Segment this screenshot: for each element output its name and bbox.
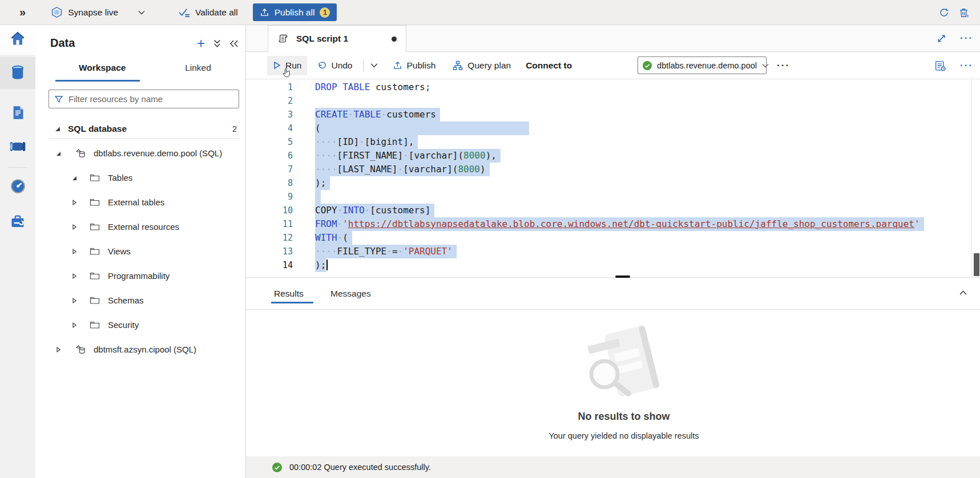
tree-item[interactable]: dbtmsft.azsyn.cipool (SQL) (35, 337, 246, 362)
expander-expanded-icon[interactable] (54, 125, 61, 132)
validate-all-button[interactable]: Validate all (178, 7, 238, 18)
code-line[interactable]: 6····[FIRST_NAME]·[varchar](8000), (246, 149, 980, 163)
discard-trash-icon[interactable] (958, 7, 969, 18)
pool-select-dropdown[interactable]: dbtlabs.revenue.demo.pool (638, 56, 767, 74)
expander-collapsed-icon[interactable] (71, 200, 77, 205)
publish-button[interactable]: Publish (387, 56, 442, 75)
code-token: · (337, 218, 343, 229)
expand-fullscreen-icon[interactable] (937, 34, 946, 43)
tab-linked[interactable]: Linked (184, 63, 212, 73)
code-line[interactable]: 1DROP TABLE customers; (246, 80, 980, 94)
code-token: 'PARQUET' (403, 246, 453, 257)
data-panel: Data + Workspace Linked SQL database 2 (35, 25, 246, 478)
tree-item[interactable]: Views (35, 239, 246, 264)
code-line[interactable]: 14); (246, 258, 980, 272)
tree-item[interactable]: Tables (35, 165, 246, 190)
tab-results[interactable]: Results (274, 289, 304, 299)
tab-sql-script-1[interactable]: SQL script 1 (268, 25, 406, 52)
expander-collapsed-icon[interactable] (71, 273, 77, 279)
code-token: · (398, 164, 404, 175)
code-token: TABLE (342, 82, 370, 92)
refresh-icon[interactable] (939, 7, 949, 18)
tree-section-sql-database[interactable]: SQL database 2 (35, 120, 246, 137)
tree-item[interactable]: Schemas (35, 288, 246, 313)
undo-label: Undo (331, 60, 352, 71)
code-line[interactable]: 10COPY·INTO·[customers] (246, 204, 980, 217)
unsaved-dot-icon (392, 37, 397, 42)
nav-monitor[interactable] (0, 170, 35, 202)
collapse-results-icon[interactable] (958, 288, 968, 298)
expander-expanded-icon[interactable] (71, 175, 77, 181)
tree-item-label: dbtlabs.revenue.demo.pool (SQL) (94, 148, 222, 158)
tree-item[interactable]: dbtlabs.revenue.demo.pool (SQL) (35, 141, 246, 165)
document-icon (10, 104, 26, 121)
section-label: SQL database (68, 124, 127, 134)
line-content: DROP TABLE customers; (315, 82, 430, 92)
code-token: · (386, 246, 392, 257)
tree-item[interactable]: External tables (35, 190, 246, 214)
expander-collapsed-icon[interactable] (71, 249, 77, 254)
code-line[interactable]: 2 (246, 94, 980, 108)
undo-button[interactable]: Undo (312, 56, 358, 75)
line-content: COPY·INTO·[customers] (315, 205, 434, 216)
nav-manage[interactable] (0, 205, 35, 237)
nav-integrate[interactable] (0, 131, 35, 163)
code-line[interactable]: 13····FILE_TYPE·=·'PARQUET' (246, 245, 980, 258)
nav-home[interactable] (0, 23, 35, 55)
chevron-down-icon (370, 63, 378, 68)
expander-expanded-icon[interactable] (55, 151, 61, 156)
text-cursor (326, 260, 328, 270)
nav-develop[interactable] (0, 96, 35, 128)
code-line[interactable]: 3CREATE·TABLE·customers (246, 108, 980, 121)
add-resource-icon[interactable]: + (197, 38, 205, 49)
nav-data[interactable] (0, 57, 35, 89)
tree-item[interactable]: External resources (35, 214, 246, 239)
expander-collapsed-icon[interactable] (71, 298, 77, 303)
query-plan-button[interactable]: Query plan (447, 56, 517, 75)
line-content: CREATE·TABLE·customers (315, 109, 440, 120)
tab-workspace[interactable]: Workspace (79, 63, 116, 73)
code-token: · (337, 205, 343, 216)
editor-scrollbar-thumb[interactable] (974, 253, 979, 276)
mode-selector[interactable]: Synapse live (51, 6, 145, 18)
filter-resources-input[interactable] (68, 94, 233, 104)
line-number: 9 (246, 190, 293, 204)
code-line[interactable]: 4( (246, 121, 980, 135)
double-chevron-right-icon[interactable]: » (19, 6, 26, 19)
selection-highlight (315, 190, 321, 204)
publish-all-button[interactable]: Publish all 1 (253, 3, 337, 21)
line-number: 13 (246, 245, 293, 258)
undo-dropdown-button[interactable] (366, 56, 382, 75)
script-properties-icon[interactable] (934, 60, 946, 72)
tree-item-label: Views (108, 246, 131, 256)
code-line[interactable]: 5····[ID]·[bigint], (246, 135, 980, 149)
code-line[interactable]: 8); (246, 176, 980, 190)
tab-more-icon[interactable]: ··· (960, 33, 973, 44)
database-icon (10, 64, 26, 82)
tree-item[interactable]: Security (35, 313, 246, 337)
selected-pool-value: dbtlabs.revenue.demo.pool (657, 61, 757, 70)
toolbar-more-icon[interactable]: ··· (777, 60, 790, 71)
run-play-icon (273, 61, 281, 70)
code-line[interactable]: 7····[LAST_NAME]·[varchar](8000) (246, 163, 980, 176)
selection-highlight: ····[LAST_NAME]·[varchar](8000) (315, 163, 490, 176)
expander-collapsed-icon[interactable] (55, 347, 61, 353)
tab-messages[interactable]: Messages (330, 289, 371, 299)
line-content: ); (315, 260, 328, 270)
code-line[interactable]: 12WITH·( (246, 231, 980, 245)
code-editor[interactable]: 1DROP TABLE customers;23CREATE·TABLE·cus… (246, 79, 980, 277)
code-line[interactable]: 11FROM·'https://dbtlabsynapsedatalake.bl… (246, 217, 980, 231)
code-token: ( (342, 232, 348, 243)
tree-item[interactable]: Programmability (35, 264, 246, 288)
code-line[interactable]: 9 (246, 190, 980, 204)
run-button[interactable]: Run (267, 56, 307, 75)
expander-collapsed-icon[interactable] (71, 322, 77, 328)
collapse-panel-icon[interactable] (229, 39, 239, 48)
code-token: FROM (315, 218, 337, 229)
undo-icon (317, 61, 326, 70)
folder-icon (88, 222, 101, 231)
double-chevron-down-icon[interactable] (213, 39, 221, 48)
editor-more-icon[interactable]: ··· (960, 60, 973, 71)
expander-collapsed-icon[interactable] (71, 224, 77, 230)
selection-highlight: ); (315, 176, 330, 190)
